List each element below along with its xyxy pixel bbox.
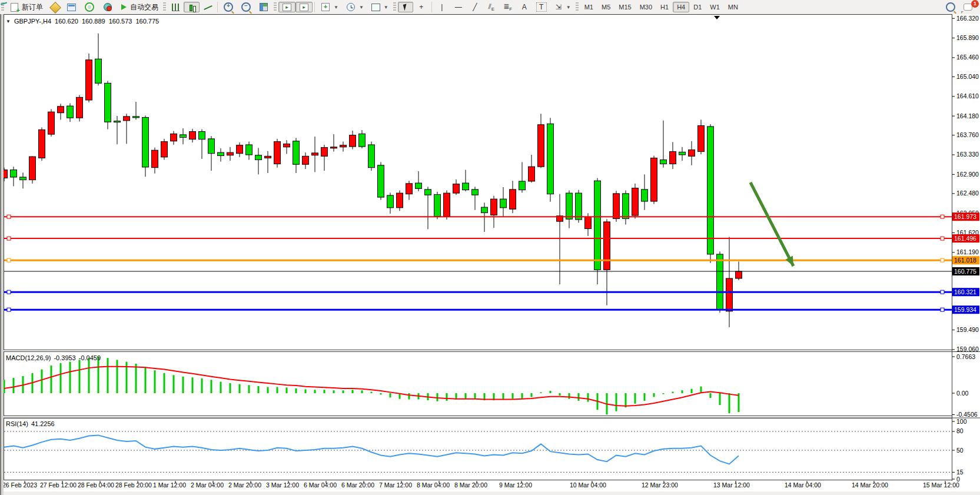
tab-h1[interactable]: H1 [656,2,673,12]
candle [350,135,356,147]
svg-text:15 Mar 12:00: 15 Mar 12:00 [923,481,959,489]
market-watch-button[interactable] [46,2,63,12]
line-handle[interactable] [7,258,11,262]
hline-tool-button[interactable]: — [450,2,467,12]
svg-text:164.180: 164.180 [956,112,979,119]
svg-text:161.018: 161.018 [954,257,976,264]
toolbar-grip[interactable] [274,2,277,12]
shapes-tool-button[interactable]: ⇲▼ [550,2,574,12]
candle [95,59,102,83]
bar-chart-mode-button[interactable] [168,2,184,12]
candle [613,194,620,219]
tab-m5[interactable]: M5 [597,2,614,12]
svg-text:159.934: 159.934 [954,306,976,313]
expert-advisors-button[interactable] [99,2,117,12]
candle [208,139,215,154]
tab-h4[interactable]: H4 [673,2,689,12]
templates-button[interactable]: ▼ [367,2,392,12]
new-order-button[interactable]: 新订单 [6,2,46,12]
candle [416,183,422,188]
bar-chart-icon [172,4,180,11]
svg-text:13 Mar 12:00: 13 Mar 12:00 [713,481,750,489]
candle [161,142,168,157]
arrow-shaft[interactable] [750,182,793,266]
channel-tool-button[interactable]: ⫽E [483,2,500,12]
line-handle[interactable] [7,290,11,294]
candle [48,112,55,134]
svg-text:161.496: 161.496 [954,235,976,242]
svg-text:12 Mar 23:00: 12 Mar 23:00 [642,481,678,489]
trend-arrow[interactable] [750,182,793,266]
line-handle[interactable] [941,215,944,218]
candle [576,193,582,220]
svg-text:160.321: 160.321 [954,288,976,295]
one-click-expand-icon[interactable]: ▼ [6,19,11,24]
toolbar-grip[interactable] [393,2,396,12]
svg-text:8 Mar 20:00: 8 Mar 20:00 [454,481,487,489]
tab-mn[interactable]: MN [724,2,742,12]
candle [274,142,281,164]
line-handle[interactable] [7,237,11,240]
fibonacci-tool-button[interactable]: ≣F [500,2,516,12]
line-handle[interactable] [7,308,11,311]
tile-windows-button[interactable] [255,2,273,12]
svg-text:28 Feb 04:00: 28 Feb 04:00 [78,481,114,489]
candle [736,271,742,278]
shift-marker-icon[interactable] [714,16,720,19]
tab-m15[interactable]: M15 [614,2,635,12]
news-button[interactable] [80,2,99,12]
line-handle[interactable] [941,237,944,240]
search-button[interactable] [942,2,959,12]
show-macd-window-button[interactable]: ▸ [278,2,295,12]
zoom-out-button[interactable]: − [237,2,255,12]
text-tool-button[interactable]: A [516,2,533,12]
auto-trading-label: 自动交易 [130,2,158,12]
candle [199,131,205,139]
svg-text:28 Feb 20:00: 28 Feb 20:00 [115,481,152,489]
show-rsi-window-button[interactable]: ▸ [295,2,313,12]
auto-trading-button[interactable]: 自动交易 [117,2,162,12]
template-icon [371,4,380,11]
candle [284,144,290,147]
toolbar-grip[interactable] [163,2,166,12]
candle [359,134,366,147]
cursor-tool-button[interactable] [398,2,413,12]
line-chart-mode-button[interactable] [200,2,215,12]
svg-text:27 Feb 12:00: 27 Feb 12:00 [40,481,77,489]
candle [434,194,441,216]
time-axis[interactable]: 26 Feb 202327 Feb 12:0028 Feb 04:0028 Fe… [0,481,980,495]
trendline-tool-button[interactable]: ╱ [467,2,483,12]
line-handle[interactable] [941,258,944,262]
zoom-in-button[interactable]: + [220,2,237,12]
notifications-button[interactable]: 1 [959,2,976,12]
svg-text:162.480: 162.480 [956,190,979,197]
svg-text:1 Mar 12:00: 1 Mar 12:00 [153,481,186,489]
label-tool-button[interactable]: T [533,2,550,12]
level-lines[interactable] [4,215,952,311]
data-window-button[interactable] [63,2,80,12]
candle [632,188,639,216]
candle [726,278,733,311]
tab-m1[interactable]: M1 [580,2,597,12]
line-handle[interactable] [941,290,944,294]
svg-text:161.973: 161.973 [954,213,976,220]
add-indicator-button[interactable]: +▼ [317,2,342,12]
candle [453,184,460,194]
candle [623,194,629,219]
vline-tool-button[interactable]: | [434,2,450,12]
tab-d1[interactable]: D1 [689,2,706,12]
toolbar-grip[interactable] [576,2,579,12]
vertical-line-icon: | [437,3,447,11]
line-handle[interactable] [941,308,944,311]
line-handle[interactable] [7,215,11,218]
periods-button[interactable]: ▼ [342,2,367,12]
rsi-line [4,435,739,464]
crosshair-tool-button[interactable]: + [413,2,430,12]
price-axis[interactable]: 166.320165.890165.460165.040164.610164.1… [952,15,979,353]
tab-w1[interactable]: W1 [706,2,724,12]
tab-m30[interactable]: M30 [636,2,656,12]
candlestick-mode-button[interactable] [184,2,200,12]
svg-text:2 Mar 04:00: 2 Mar 04:00 [191,481,224,489]
price-chart-canvas[interactable]: 166.320165.890165.460165.040164.610164.1… [0,14,980,495]
candle [133,117,139,118]
